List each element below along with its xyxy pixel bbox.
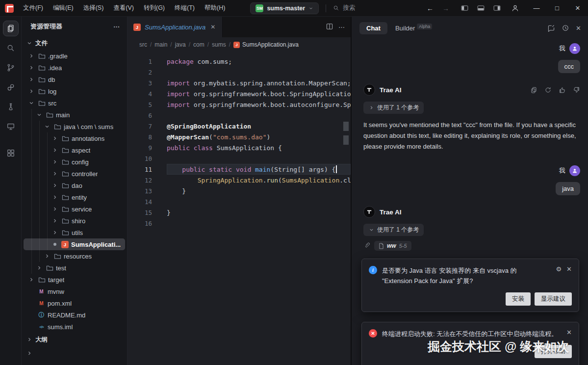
code-line-8[interactable]: 8@MapperScan("com.sums.dao") — [128, 131, 351, 142]
regenerate-icon[interactable] — [544, 86, 552, 94]
line-number: 13 — [128, 187, 152, 195]
code-line-4[interactable]: 4import org.springframework.boot.SpringA… — [128, 88, 351, 99]
tree-item-resources[interactable]: resources — [22, 250, 127, 262]
tree-item-shiro[interactable]: shiro — [22, 215, 127, 227]
menu-view[interactable]: 查看(V) — [109, 2, 138, 14]
new-chat-icon[interactable] — [547, 24, 555, 32]
thumbs-up-icon[interactable] — [559, 86, 566, 94]
reference-toggle[interactable]: 使用了 1 个参考 — [363, 224, 424, 236]
tree-item-entity[interactable]: entity — [22, 191, 127, 203]
code-line-15[interactable]: 15} — [128, 207, 351, 218]
tree-item-log[interactable]: log — [22, 85, 127, 97]
code-line-5[interactable]: 5import org.springframework.boot.autocon… — [128, 99, 351, 110]
code-line-10[interactable]: 10 — [128, 153, 351, 164]
tree-item-main[interactable]: main — [22, 109, 127, 121]
editor-more-icon[interactable]: ⋯ — [338, 24, 345, 31]
maximize-button[interactable]: □ — [547, 0, 567, 17]
global-search[interactable]: 搜索 — [333, 4, 355, 12]
show-recommendation-button[interactable]: 显示建议 — [535, 292, 572, 306]
breadcrumb-item[interactable]: com — [193, 41, 205, 48]
back-arrow-icon[interactable]: ← — [422, 2, 438, 14]
tree-item-controller[interactable]: controller — [22, 168, 127, 180]
tree-item-pom-xml[interactable]: Mpom.xml — [22, 297, 127, 309]
tree-item-readme-md[interactable]: ⓘREADME.md — [22, 309, 127, 321]
tree-item-db[interactable]: db — [22, 74, 127, 85]
tree-item-sums-iml[interactable]: </>sums.iml — [22, 321, 127, 333]
thumbs-down-icon[interactable] — [573, 86, 580, 94]
tree-item-test[interactable]: test — [22, 262, 127, 274]
minimize-button[interactable]: — — [526, 0, 547, 17]
code-line-1[interactable]: 1package com.sums; — [128, 56, 351, 67]
code-line-13[interactable]: 13 } — [128, 185, 351, 196]
tree-item-mvnw[interactable]: Mmvnw — [22, 286, 127, 297]
notification-close-icon[interactable]: ✕ — [566, 329, 572, 336]
menu-file[interactable]: 文件(F) — [19, 2, 48, 14]
breadcrumb-item[interactable]: src — [139, 41, 147, 48]
project-selector[interactable]: SM sums-master — [250, 2, 319, 14]
testing-icon[interactable] — [3, 99, 19, 115]
tree-item-utils[interactable]: utils — [22, 227, 127, 238]
tab-close-icon[interactable]: ✕ — [209, 24, 216, 30]
reference-toggle[interactable]: 使用了 1 个参考 — [363, 102, 424, 114]
section-files[interactable]: 文件 — [22, 36, 127, 50]
install-button[interactable]: 安装 — [506, 292, 531, 306]
remote-screen-icon[interactable] — [3, 119, 19, 134]
code-line-2[interactable]: 2 — [128, 67, 351, 78]
tree-item-config[interactable]: config — [22, 156, 127, 168]
breadcrumb-item[interactable]: main — [154, 41, 167, 48]
attachment-chip[interactable]: ww 5-5 — [374, 241, 411, 251]
section-outline[interactable]: 大纲 — [22, 333, 127, 346]
extensions-icon[interactable] — [3, 145, 19, 161]
panel-bottom-icon[interactable] — [474, 2, 488, 14]
tree-item-dao[interactable]: dao — [22, 180, 127, 191]
user-message-bubble[interactable]: ccc — [558, 60, 581, 73]
split-editor-icon[interactable] — [326, 23, 333, 32]
breadcrumb-file[interactable]: JSumsApplication.java — [233, 41, 299, 48]
tree-item-idea[interactable]: .idea — [22, 62, 127, 74]
reference-label: 使用了 1 个参考 — [377, 104, 419, 112]
menu-edit[interactable]: 编辑(E) — [49, 2, 78, 14]
editor-tab[interactable]: J SumsApplication.java ✕ — [128, 17, 223, 37]
forward-arrow-icon[interactable]: → — [438, 2, 454, 14]
code-line-12[interactable]: 12 SpringApplication.run(SumsApplication… — [128, 175, 351, 185]
code-line-7[interactable]: 7@SpringBootApplication — [128, 121, 351, 131]
section-partial[interactable] — [22, 346, 127, 360]
code-line-9[interactable]: 9public class SumsApplication { — [128, 142, 351, 153]
tree-item-java-com-sums[interactable]: java \ com \ sums — [22, 121, 127, 132]
explorer-icon[interactable] — [3, 21, 19, 36]
tree-item-target[interactable]: target — [22, 274, 127, 286]
code-line-6[interactable]: 6 — [128, 110, 351, 121]
panel-left-icon[interactable] — [458, 2, 472, 14]
close-window-button[interactable]: ✕ — [567, 0, 588, 17]
menu-goto[interactable]: 转到(G) — [139, 2, 169, 14]
history-icon[interactable] — [562, 24, 569, 32]
tree-item-annotations[interactable]: annotations — [22, 132, 127, 144]
copy-icon[interactable] — [530, 86, 537, 94]
tree-item-src[interactable]: src — [22, 97, 127, 109]
user-message-bubble[interactable]: java — [556, 182, 580, 195]
menu-terminal[interactable]: 终端(T) — [170, 2, 199, 14]
breadcrumb-item[interactable]: sums — [212, 41, 226, 48]
code-line-16[interactable]: 16 — [128, 218, 351, 229]
notification-close-icon[interactable]: ✕ — [566, 265, 572, 273]
sidebar-more-icon[interactable]: ⋯ — [113, 23, 120, 30]
source-control-icon[interactable] — [3, 60, 19, 76]
tab-chat[interactable]: Chat — [359, 22, 387, 34]
code-line-14[interactable]: 14 — [128, 196, 351, 207]
code-area[interactable]: 1package com.sums;23import org.mybatis.s… — [128, 52, 351, 365]
debug-icon[interactable] — [3, 79, 19, 95]
code-line-3[interactable]: 3import org.mybatis.spring.annotation.Ma… — [128, 78, 351, 88]
code-line-11[interactable]: 11 public static void main(String[] args… — [128, 164, 351, 175]
search-sidebar-icon[interactable] — [3, 40, 19, 56]
chat-close-icon[interactable]: ✕ — [576, 25, 581, 32]
tree-item-service[interactable]: service — [22, 203, 127, 215]
account-icon[interactable] — [508, 2, 522, 14]
menu-selection[interactable]: 选择(S) — [79, 2, 108, 14]
tree-item-gradle[interactable]: .gradle — [22, 50, 127, 62]
tree-item-aspect[interactable]: aspect — [22, 144, 127, 156]
menu-help[interactable]: 帮助(H) — [200, 2, 230, 14]
tab-builder[interactable]: Builder Alpha — [395, 25, 433, 32]
notification-gear-icon[interactable]: ⚙ — [556, 265, 562, 273]
panel-right-icon[interactable] — [490, 2, 504, 14]
breadcrumb-item[interactable]: java — [175, 41, 186, 48]
